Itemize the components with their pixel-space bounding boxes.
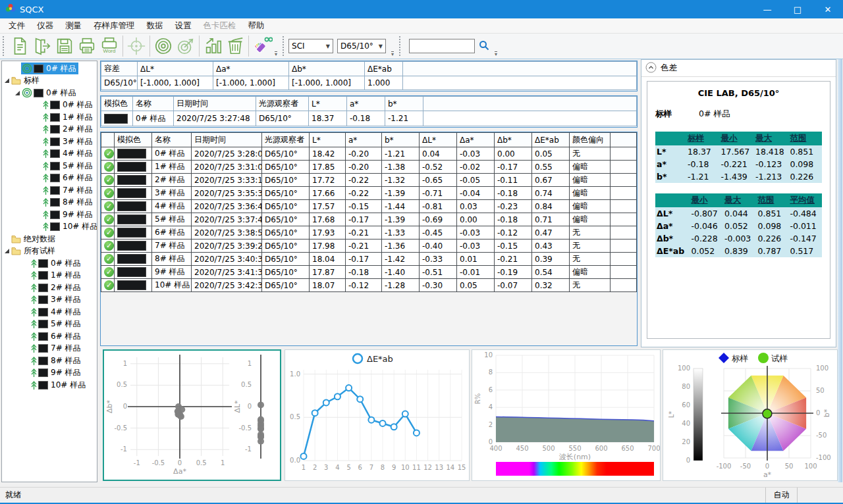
- tree-item[interactable]: 9# 样品: [2, 209, 97, 221]
- column-header: 模拟色: [101, 97, 133, 111]
- sample-row[interactable]: ✓7# 样品2020/7/25 3:39:24D65/10°17.98-0.21…: [101, 239, 637, 253]
- standard-label: 标样: [655, 109, 699, 120]
- sample-row[interactable]: ✓3# 样品2020/7/25 3:35:30D65/10°17.66-0.22…: [101, 187, 637, 200]
- tree-item-label: 0# 样品: [51, 258, 81, 269]
- tree-item[interactable]: 6# 样品: [2, 330, 97, 343]
- tree-item[interactable]: 10# 样品: [2, 221, 97, 234]
- menu-item-1[interactable]: 文件: [3, 19, 31, 33]
- menu-item-8[interactable]: 帮助: [242, 19, 271, 33]
- tree-item[interactable]: 绝对数据: [2, 233, 97, 245]
- lab-stats-table: 标样最小最大范围L*18.3717.56718.4180.851a*-0.18-…: [655, 132, 822, 183]
- tree-item[interactable]: 0# 样品: [2, 257, 97, 270]
- tree-item[interactable]: 标样: [2, 75, 97, 88]
- toolbar-overflow-icon-3[interactable]: ▾: [495, 51, 497, 57]
- expander-icon[interactable]: [15, 91, 20, 95]
- crosshair-target-button[interactable]: [125, 35, 148, 57]
- tree-item[interactable]: 10# 样品: [2, 379, 97, 391]
- search-icon[interactable]: [479, 40, 489, 53]
- tree-item[interactable]: 7# 样品: [2, 184, 97, 197]
- menu-item-7[interactable]: 色卡匹检: [198, 19, 242, 33]
- vertical-scrollbar[interactable]: [838, 59, 842, 482]
- sample-row[interactable]: ✓2# 样品2020/7/25 3:33:15D65/10°17.72-0.22…: [101, 174, 637, 187]
- tree-item[interactable]: 3# 样品: [2, 294, 97, 307]
- color-swatch: [50, 162, 60, 170]
- print-word-button[interactable]: Word: [98, 35, 121, 57]
- stat-row: ΔL*-0.8070.0440.851-0.484: [655, 207, 822, 220]
- tree-item[interactable]: 4# 样品: [2, 306, 97, 318]
- expander-icon[interactable]: [5, 249, 9, 253]
- arrow-icon: [43, 186, 49, 195]
- tree-item[interactable]: 5# 样品: [2, 318, 97, 331]
- tree-item-label: 5# 样品: [63, 161, 93, 172]
- tree-item[interactable]: 4# 样品: [2, 148, 97, 161]
- auto-mode-button[interactable]: 自动: [765, 488, 797, 503]
- minimize-button[interactable]: —: [752, 0, 782, 18]
- calibrate-button[interactable]: [152, 35, 175, 57]
- column-header: b*: [382, 133, 420, 147]
- sample-row[interactable]: ✓9# 样品2020/7/25 3:41:34D65/10°17.87-0.18…: [101, 266, 637, 279]
- sample-row[interactable]: ✓4# 样品2020/7/25 3:36:41D65/10°17.57-0.15…: [101, 200, 637, 213]
- sample-row[interactable]: ✓6# 样品2020/7/25 3:38:50D65/10°17.93-0.21…: [101, 226, 637, 239]
- standard-row[interactable]: 0# 样品2020/7/25 3:27:48D65/10°18.37-0.18-…: [101, 111, 637, 126]
- menu-item-2[interactable]: 仪器: [31, 19, 59, 33]
- menu-item-4[interactable]: 存样库管理: [88, 19, 141, 33]
- statistics-button[interactable]: [202, 35, 224, 57]
- maximize-button[interactable]: □: [782, 0, 813, 18]
- svg-text:40: 40: [682, 420, 690, 427]
- svg-text:3: 3: [324, 464, 328, 471]
- search-input[interactable]: [409, 39, 475, 53]
- collapse-icon[interactable]: [645, 62, 657, 75]
- save-button[interactable]: [53, 35, 76, 57]
- tree-item[interactable]: 0# 样品: [2, 87, 97, 99]
- sample-row[interactable]: ✓10# 样品2020/7/25 3:42:32D65/10°18.07-0.1…: [101, 279, 637, 292]
- sample-row[interactable]: ✓8# 样品2020/7/25 3:40:34D65/10°18.04-0.17…: [101, 253, 637, 266]
- tree-item[interactable]: 2# 样品: [2, 282, 97, 294]
- print-button[interactable]: [76, 35, 98, 57]
- spectral-reflectance-chart[interactable]: 0246810400450500550600650700R%波长(nm): [472, 349, 661, 481]
- toolbar-grip[interactable]: [3, 36, 7, 56]
- menu-item-5[interactable]: 数据: [141, 19, 169, 33]
- tree-item[interactable]: 所有试样: [2, 245, 97, 258]
- sample-row[interactable]: ✓1# 样品2020/7/25 3:31:07D65/10°17.85-0.20…: [101, 161, 637, 174]
- delete-button[interactable]: [224, 35, 246, 57]
- toolbar-grip-2[interactable]: [283, 36, 286, 56]
- tree-item[interactable]: 0# 样品: [2, 99, 97, 112]
- tolerance-row[interactable]: D65/10°[-1.000, 1.000][-1.000, 1.000][-1…: [101, 76, 637, 90]
- svg-text:6: 6: [489, 386, 493, 393]
- tree-item[interactable]: 6# 样品: [2, 172, 97, 185]
- target-arrow-button[interactable]: [175, 35, 197, 57]
- cielab-color-wheel-chart[interactable]: 标样试样100806040200L*-100-50050100100500-50…: [663, 349, 838, 481]
- column-header: Δa*: [213, 62, 289, 76]
- sci-dropdown[interactable]: SCI▼: [288, 39, 333, 53]
- column-header: b*: [385, 97, 423, 111]
- menu-item-6[interactable]: 设置: [169, 19, 198, 33]
- tree-item[interactable]: 1# 样品: [2, 270, 97, 282]
- tree-item[interactable]: 3# 样品: [2, 136, 97, 148]
- new-document-button[interactable]: [9, 35, 31, 57]
- sample-row[interactable]: ✓0# 样品2020/7/25 3:28:09D65/10°18.42-0.20…: [101, 147, 637, 161]
- stat-row: Δb*-0.228-0.0030.226-0.147: [655, 232, 822, 245]
- tree-item[interactable]: 7# 样品: [2, 343, 97, 355]
- arrow-icon: [31, 356, 37, 366]
- tree-item[interactable]: 1# 样品: [2, 111, 97, 124]
- close-button[interactable]: ✕: [813, 0, 843, 18]
- illuminant-dropdown[interactable]: D65/10°▼: [337, 39, 386, 53]
- toolbar-overflow-icon[interactable]: ▾: [275, 51, 277, 57]
- expander-icon[interactable]: [5, 78, 9, 83]
- menu-item-3[interactable]: 测量: [59, 19, 88, 33]
- tree-item[interactable]: 5# 样品: [2, 160, 97, 172]
- deab-trend-chart[interactable]: ΔE*ab1234567891011121314150.00.51.0: [285, 349, 470, 481]
- sample-row[interactable]: ✓5# 样品2020/7/25 3:37:41D65/10°17.68-0.17…: [101, 213, 637, 226]
- tree-item[interactable]: 8# 样品: [2, 355, 97, 367]
- dab-scatter-chart[interactable]: -1-1-0.5-0.5000.50.511Δa*Δb*10.50-0.5-1Δ…: [103, 349, 281, 481]
- toolbar-grip-3[interactable]: [399, 36, 403, 56]
- svg-text:500: 500: [542, 445, 555, 452]
- tree-item[interactable]: 2# 样品: [2, 124, 97, 136]
- color-match-button[interactable]: [251, 35, 273, 57]
- tree-item[interactable]: 9# 样品: [2, 367, 97, 380]
- toolbar-overflow-icon-2[interactable]: ▾: [391, 51, 394, 57]
- tree-item[interactable]: 0# 样品: [2, 63, 97, 75]
- export-button[interactable]: [31, 35, 53, 57]
- arrow-icon: [31, 259, 37, 268]
- tree-item[interactable]: 8# 样品: [2, 197, 97, 209]
